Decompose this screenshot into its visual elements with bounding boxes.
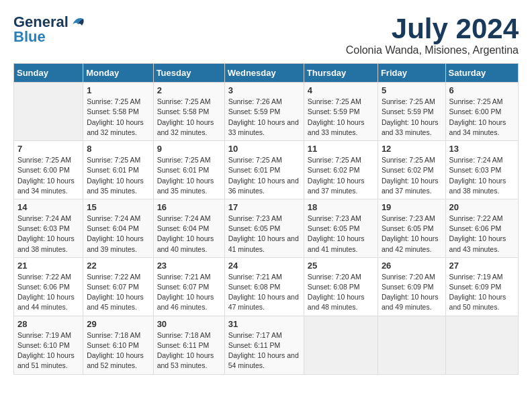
day-number: 1 bbox=[87, 85, 149, 95]
day-info: Sunrise: 7:22 AMSunset: 6:06 PMDaylight:… bbox=[17, 273, 75, 312]
day-number: 21 bbox=[17, 261, 79, 271]
calendar-cell: 7 Sunrise: 7:25 AMSunset: 6:00 PMDayligh… bbox=[14, 141, 83, 199]
calendar-cell: 12 Sunrise: 7:25 AMSunset: 6:02 PMDaylig… bbox=[378, 141, 445, 199]
day-info: Sunrise: 7:25 AMSunset: 5:58 PMDaylight:… bbox=[87, 97, 144, 136]
day-info: Sunrise: 7:25 AMSunset: 5:58 PMDaylight:… bbox=[157, 97, 214, 136]
calendar-cell bbox=[304, 316, 378, 374]
calendar-cell: 26 Sunrise: 7:20 AMSunset: 6:09 PMDaylig… bbox=[378, 257, 445, 316]
day-info: Sunrise: 7:25 AMSunset: 6:00 PMDaylight:… bbox=[449, 97, 506, 136]
day-number: 18 bbox=[308, 202, 374, 212]
day-number: 15 bbox=[87, 202, 149, 212]
calendar-week-row: 28 Sunrise: 7:19 AMSunset: 6:10 PMDaylig… bbox=[14, 316, 519, 374]
calendar-week-row: 21 Sunrise: 7:22 AMSunset: 6:06 PMDaylig… bbox=[14, 257, 519, 316]
location: Colonia Wanda, Misiones, Argentina bbox=[346, 44, 519, 56]
day-info: Sunrise: 7:25 AMSunset: 6:01 PMDaylight:… bbox=[157, 156, 214, 195]
day-number: 28 bbox=[17, 319, 79, 329]
weekday-header-cell: Tuesday bbox=[153, 64, 224, 83]
calendar-cell: 17 Sunrise: 7:23 AMSunset: 6:05 PMDaylig… bbox=[224, 199, 304, 257]
weekday-header-row: SundayMondayTuesdayWednesdayThursdayFrid… bbox=[14, 64, 519, 83]
calendar-cell: 20 Sunrise: 7:22 AMSunset: 6:06 PMDaylig… bbox=[445, 199, 518, 257]
calendar-cell: 4 Sunrise: 7:25 AMSunset: 5:59 PMDayligh… bbox=[304, 83, 378, 141]
day-info: Sunrise: 7:17 AMSunset: 6:11 PMDaylight:… bbox=[228, 331, 299, 370]
day-info: Sunrise: 7:25 AMSunset: 5:59 PMDaylight:… bbox=[382, 97, 439, 136]
weekday-header-cell: Sunday bbox=[14, 64, 83, 83]
day-number: 12 bbox=[382, 144, 442, 154]
day-info: Sunrise: 7:18 AMSunset: 6:10 PMDaylight:… bbox=[87, 331, 144, 370]
day-info: Sunrise: 7:25 AMSunset: 6:02 PMDaylight:… bbox=[308, 156, 365, 195]
day-number: 16 bbox=[157, 202, 221, 212]
day-info: Sunrise: 7:23 AMSunset: 6:05 PMDaylight:… bbox=[308, 214, 365, 253]
day-info: Sunrise: 7:21 AMSunset: 6:07 PMDaylight:… bbox=[157, 273, 214, 312]
day-number: 8 bbox=[87, 144, 149, 154]
calendar-body: 1 Sunrise: 7:25 AMSunset: 5:58 PMDayligh… bbox=[14, 83, 519, 374]
day-info: Sunrise: 7:24 AMSunset: 6:03 PMDaylight:… bbox=[17, 214, 75, 253]
calendar-cell: 28 Sunrise: 7:19 AMSunset: 6:10 PMDaylig… bbox=[14, 316, 83, 374]
calendar-cell bbox=[378, 316, 445, 374]
day-info: Sunrise: 7:23 AMSunset: 6:05 PMDaylight:… bbox=[382, 214, 439, 253]
day-number: 25 bbox=[308, 261, 374, 271]
day-number: 23 bbox=[157, 261, 221, 271]
day-number: 30 bbox=[157, 319, 221, 329]
day-info: Sunrise: 7:20 AMSunset: 6:09 PMDaylight:… bbox=[382, 273, 439, 312]
day-info: Sunrise: 7:22 AMSunset: 6:07 PMDaylight:… bbox=[87, 273, 144, 312]
day-number: 26 bbox=[382, 261, 442, 271]
day-number: 11 bbox=[308, 144, 374, 154]
weekday-header-cell: Monday bbox=[83, 64, 153, 83]
calendar-cell: 30 Sunrise: 7:18 AMSunset: 6:11 PMDaylig… bbox=[153, 316, 224, 374]
calendar-cell: 21 Sunrise: 7:22 AMSunset: 6:06 PMDaylig… bbox=[14, 257, 83, 316]
logo-bird-icon bbox=[70, 15, 89, 30]
day-info: Sunrise: 7:24 AMSunset: 6:03 PMDaylight:… bbox=[449, 156, 506, 195]
title-block: July 2024 Colonia Wanda, Misiones, Argen… bbox=[346, 13, 519, 56]
logo: General Blue bbox=[13, 13, 89, 46]
day-info: Sunrise: 7:21 AMSunset: 6:08 PMDaylight:… bbox=[228, 273, 299, 312]
calendar-cell: 3 Sunrise: 7:26 AMSunset: 5:59 PMDayligh… bbox=[224, 83, 304, 141]
calendar-week-row: 7 Sunrise: 7:25 AMSunset: 6:00 PMDayligh… bbox=[14, 141, 519, 199]
calendar-cell: 6 Sunrise: 7:25 AMSunset: 6:00 PMDayligh… bbox=[445, 83, 518, 141]
day-number: 24 bbox=[228, 261, 300, 271]
calendar-cell bbox=[445, 316, 518, 374]
calendar-cell: 11 Sunrise: 7:25 AMSunset: 6:02 PMDaylig… bbox=[304, 141, 378, 199]
calendar-cell: 25 Sunrise: 7:20 AMSunset: 6:08 PMDaylig… bbox=[304, 257, 378, 316]
day-info: Sunrise: 7:19 AMSunset: 6:09 PMDaylight:… bbox=[449, 273, 506, 312]
calendar-cell: 8 Sunrise: 7:25 AMSunset: 6:01 PMDayligh… bbox=[83, 141, 153, 199]
calendar-cell: 5 Sunrise: 7:25 AMSunset: 5:59 PMDayligh… bbox=[378, 83, 445, 141]
day-number: 17 bbox=[228, 202, 300, 212]
calendar-cell bbox=[14, 83, 83, 141]
day-info: Sunrise: 7:23 AMSunset: 6:05 PMDaylight:… bbox=[228, 214, 299, 253]
day-info: Sunrise: 7:25 AMSunset: 6:00 PMDaylight:… bbox=[17, 156, 75, 195]
calendar-cell: 9 Sunrise: 7:25 AMSunset: 6:01 PMDayligh… bbox=[153, 141, 224, 199]
day-number: 7 bbox=[17, 144, 79, 154]
calendar-cell: 13 Sunrise: 7:24 AMSunset: 6:03 PMDaylig… bbox=[445, 141, 518, 199]
day-number: 27 bbox=[449, 261, 515, 271]
calendar-cell: 15 Sunrise: 7:24 AMSunset: 6:04 PMDaylig… bbox=[83, 199, 153, 257]
day-number: 10 bbox=[228, 144, 300, 154]
calendar-week-row: 1 Sunrise: 7:25 AMSunset: 5:58 PMDayligh… bbox=[14, 83, 519, 141]
day-info: Sunrise: 7:19 AMSunset: 6:10 PMDaylight:… bbox=[17, 331, 75, 370]
day-info: Sunrise: 7:25 AMSunset: 6:01 PMDaylight:… bbox=[87, 156, 144, 195]
calendar-cell: 16 Sunrise: 7:24 AMSunset: 6:04 PMDaylig… bbox=[153, 199, 224, 257]
calendar-week-row: 14 Sunrise: 7:24 AMSunset: 6:03 PMDaylig… bbox=[14, 199, 519, 257]
calendar-cell: 29 Sunrise: 7:18 AMSunset: 6:10 PMDaylig… bbox=[83, 316, 153, 374]
day-info: Sunrise: 7:22 AMSunset: 6:06 PMDaylight:… bbox=[449, 214, 506, 253]
logo-blue: Blue bbox=[13, 28, 46, 46]
day-number: 9 bbox=[157, 144, 221, 154]
day-number: 20 bbox=[449, 202, 515, 212]
weekday-header-cell: Wednesday bbox=[224, 64, 304, 83]
month-year: July 2024 bbox=[346, 13, 519, 44]
calendar-cell: 23 Sunrise: 7:21 AMSunset: 6:07 PMDaylig… bbox=[153, 257, 224, 316]
day-info: Sunrise: 7:25 AMSunset: 6:02 PMDaylight:… bbox=[382, 156, 439, 195]
day-number: 4 bbox=[308, 85, 374, 95]
day-number: 6 bbox=[449, 85, 515, 95]
weekday-header-cell: Thursday bbox=[304, 64, 378, 83]
calendar-cell: 27 Sunrise: 7:19 AMSunset: 6:09 PMDaylig… bbox=[445, 257, 518, 316]
calendar-cell: 10 Sunrise: 7:25 AMSunset: 6:01 PMDaylig… bbox=[224, 141, 304, 199]
day-number: 5 bbox=[382, 85, 442, 95]
day-info: Sunrise: 7:20 AMSunset: 6:08 PMDaylight:… bbox=[308, 273, 365, 312]
calendar-cell: 14 Sunrise: 7:24 AMSunset: 6:03 PMDaylig… bbox=[14, 199, 83, 257]
day-info: Sunrise: 7:24 AMSunset: 6:04 PMDaylight:… bbox=[157, 214, 214, 253]
day-number: 13 bbox=[449, 144, 515, 154]
weekday-header-cell: Friday bbox=[378, 64, 445, 83]
day-number: 31 bbox=[228, 319, 300, 329]
calendar-cell: 22 Sunrise: 7:22 AMSunset: 6:07 PMDaylig… bbox=[83, 257, 153, 316]
calendar-cell: 1 Sunrise: 7:25 AMSunset: 5:58 PMDayligh… bbox=[83, 83, 153, 141]
